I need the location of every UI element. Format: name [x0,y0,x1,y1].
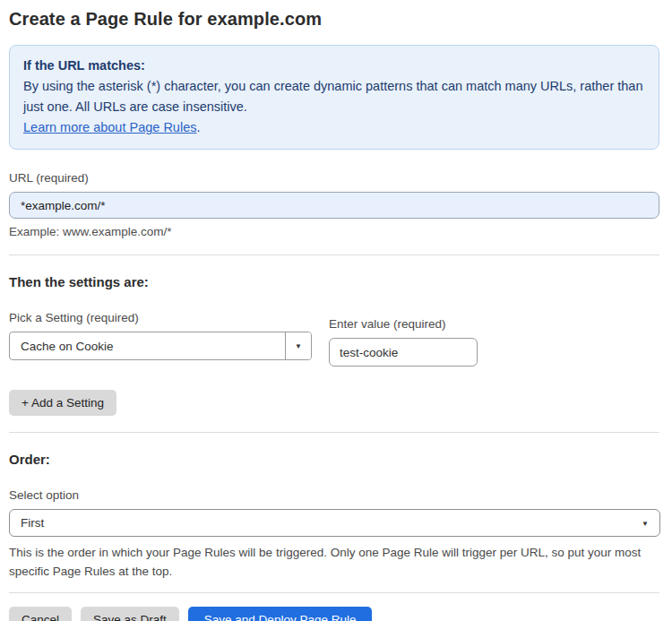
add-setting-button[interactable]: + Add a Setting [9,390,116,416]
divider-after-settings [9,432,659,433]
url-input[interactable] [9,192,659,219]
setting-dropdown[interactable]: Cache on Cookie ▼ [9,332,312,360]
url-field-label: URL (required) [9,171,659,185]
learn-more-link[interactable]: Learn more about Page Rules [23,120,196,134]
cancel-button[interactable]: Cancel [9,607,72,621]
divider-after-url [9,254,659,255]
link-period: . [196,120,200,134]
page-rule-form: Create a Page Rule for example.com If th… [0,0,672,621]
divider-before-footer [9,592,659,593]
setting-value-input[interactable] [329,338,478,367]
order-select-value: First [21,516,44,530]
dropdown-arrow-icon: ▼ [295,342,302,350]
order-helper-text: This is the order in which your Page Rul… [9,543,647,581]
setting-value-column: Enter value (required) [329,289,478,367]
page-title: Create a Page Rule for example.com [9,9,659,30]
setting-dropdown-arrow-button[interactable]: ▼ [285,332,311,359]
info-box-body: By using the asterisk (*) character, you… [23,76,645,117]
order-section-heading: Order: [9,452,659,467]
setting-value-label: Enter value (required) [329,317,478,331]
info-box-heading: If the URL matches: [23,56,645,76]
order-select[interactable]: First ▼ [9,509,660,537]
order-select-label: Select option [9,488,659,502]
footer-button-row: Cancel Save as Draft Save and Deploy Pag… [9,607,659,621]
settings-section-heading: Then the settings are: [9,274,659,289]
url-matches-info-box: If the URL matches: By using the asteris… [9,45,659,150]
setting-picker-column: Pick a Setting (required) Cache on Cooki… [9,289,312,360]
settings-row: Pick a Setting (required) Cache on Cooki… [9,289,659,367]
save-as-draft-button[interactable]: Save as Draft [81,607,179,621]
save-and-deploy-button[interactable]: Save and Deploy Page Rule [188,607,373,621]
url-field-helper: Example: www.example.com/* [9,225,659,238]
select-chevron-icon: ▼ [642,519,649,527]
setting-picker-label: Pick a Setting (required) [9,311,312,324]
setting-dropdown-value: Cache on Cookie [10,332,285,359]
info-box-link-line: Learn more about Page Rules. [23,117,645,138]
